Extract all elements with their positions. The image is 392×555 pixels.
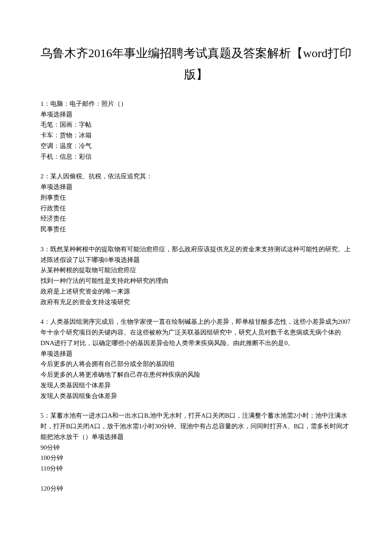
question-option: 经济责任 <box>40 213 352 224</box>
question-option: 民事责任 <box>40 224 352 235</box>
question-option: 90分钟 <box>40 442 352 453</box>
question-option: 今后更多的人将更准确地了解自己存在患何种疾病的风险 <box>40 369 352 380</box>
question-type: 单项选择题 <box>40 182 352 192</box>
question-5-continued: 120分钟 <box>40 483 352 494</box>
question-1: 1：电脑：电子邮件：照片（） 单项选择题 毛笔：国画：字帖 卡车：货物：冰箱 空… <box>40 99 352 162</box>
question-type: 单项选择题 <box>40 349 352 359</box>
document-page: 乌鲁木齐2016年事业编招聘考试真题及答案解析【word打印版】 1：电脑：电子… <box>0 0 392 529</box>
question-option: 100分钟 <box>40 453 352 463</box>
question-type: 单项选择题 <box>40 109 352 120</box>
question-option: 政府有充足的资金支持这项研究 <box>40 297 352 308</box>
question-option: 120分钟 <box>40 483 352 494</box>
question-option: 政府是上述研究资金的唯一来源 <box>40 286 352 297</box>
question-option: 卡车：货物：冰箱 <box>40 130 352 141</box>
question-2: 2：某人因偷税、抗税，依法应追究其： 单项选择题 刑事责任 行政责任 经济责任 … <box>40 171 352 235</box>
question-3: 3：既然某种树根中的提取物有可能治愈癌症，那么政府应该提供充足的资金来支持测试这… <box>40 244 352 308</box>
question-option: 110分钟 <box>40 463 352 474</box>
question-stem: 2：某人因偷税、抗税，依法应追究其： <box>40 171 352 182</box>
question-5: 5：某蓄水池有一进水口A和一出水口B,池中无水时，打开A口关闭B口，注满整个蓄水… <box>40 410 352 474</box>
document-title: 乌鲁木齐2016年事业编招聘考试真题及答案解析【word打印版】 <box>40 43 352 86</box>
question-option: 发现人类基因组集合体差异 <box>40 391 352 401</box>
question-option: 毛笔：国画：字帖 <box>40 119 352 130</box>
question-stem: 3：既然某种树根中的提取物有可能治愈癌症，那么政府应该提供充足的资金来支持测试这… <box>40 244 352 265</box>
question-option: 刑事责任 <box>40 192 352 203</box>
question-option: 空调：温度：冷气 <box>40 141 352 151</box>
question-stem: 5：某蓄水池有一进水口A和一出水口B,池中无水时，打开A口关闭B口，注满整个蓄水… <box>40 410 352 442</box>
question-option: 发现人类基因组个体差异 <box>40 380 352 391</box>
question-option: 手机：信息：彩信 <box>40 151 352 162</box>
question-4: 4：人类基因组测序完成后，生物学家便一直在绘制碱基上的小差异，即单核甘酸多态性，… <box>40 317 352 401</box>
question-stem: 4：人类基因组测序完成后，生物学家便一直在绘制碱基上的小差异，即单核甘酸多态性，… <box>40 317 352 348</box>
question-stem: 1：电脑：电子邮件：照片（） <box>40 99 352 109</box>
question-option: 行政责任 <box>40 203 352 214</box>
question-option: 从某种树根的提取物可能治愈癌症 <box>40 265 352 276</box>
question-option: 今后更多的人将会拥有自己部分或全部的基因组 <box>40 359 352 369</box>
question-option: 找到一种疗法的可能性是支持此种研究的理由 <box>40 276 352 286</box>
